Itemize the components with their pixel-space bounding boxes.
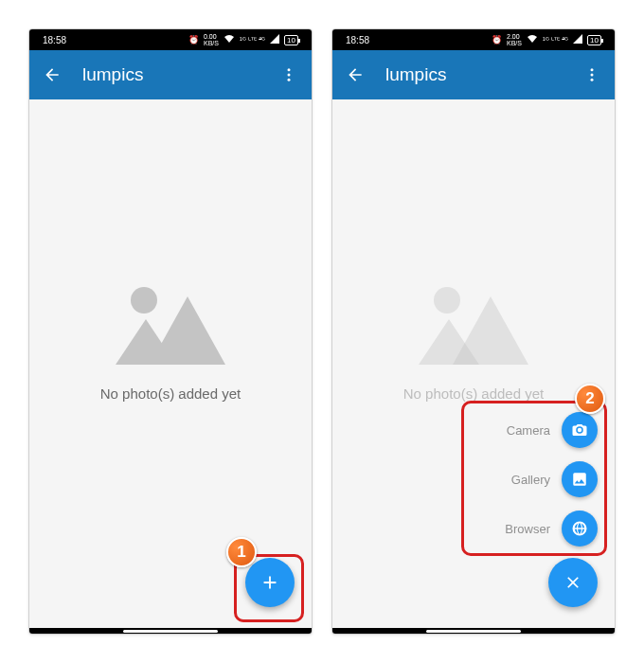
signal-bars-icon [573, 34, 582, 45]
status-indicators: ⏰ 2.00 KB/S ¹ᴳ ᴸᵀᴱ ⁴ᴳ 10 [492, 33, 601, 46]
callout-badge-1: 1 [226, 537, 257, 567]
app-bar: lumpics [332, 50, 615, 99]
phone-screen-1: 18:58 ⏰ 0.00 KB/S ¹ᴳ ᴸᵀᴱ ⁴ᴳ 10 lumpics [28, 28, 313, 635]
signal-icon: ¹ᴳ ᴸᵀᴱ ⁴ᴳ [543, 36, 568, 45]
more-menu-button[interactable] [581, 63, 603, 86]
alarm-icon: ⏰ [492, 35, 502, 45]
more-vert-icon [583, 66, 600, 83]
speed-dial-label: Gallery [511, 473, 550, 487]
camera-icon [562, 412, 598, 448]
status-bar: 18:58 ⏰ 2.00 KB/S ¹ᴳ ᴸᵀᴱ ⁴ᴳ 10 [332, 29, 615, 50]
callout-badge-2: 2 [575, 384, 605, 414]
speed-dial-browser[interactable]: Browser [505, 511, 598, 547]
fab-add-button[interactable] [245, 558, 295, 607]
svg-point-3 [591, 68, 594, 71]
speed-dial-label: Camera [507, 423, 550, 438]
empty-photos-icon [417, 279, 530, 365]
svg-point-5 [591, 79, 594, 81]
content-area: No photo(s) added yet [29, 99, 312, 628]
back-button[interactable] [41, 63, 63, 86]
more-menu-button[interactable] [277, 63, 300, 86]
arrow-left-icon [346, 65, 365, 84]
close-icon [564, 573, 582, 592]
nav-bar [29, 628, 312, 634]
empty-state-text: No photo(s) added yet [100, 385, 241, 402]
more-vert-icon [280, 66, 297, 83]
status-bar: 18:58 ⏰ 0.00 KB/S ¹ᴳ ᴸᵀᴱ ⁴ᴳ 10 [29, 29, 312, 50]
nav-bar [332, 628, 615, 634]
speed-dial-camera[interactable]: Camera [507, 412, 598, 448]
wifi-icon [527, 34, 538, 45]
svg-point-4 [591, 74, 594, 77]
speed-dial-label: Browser [505, 522, 550, 536]
fab-close-button[interactable] [548, 558, 598, 607]
status-time: 18:58 [43, 35, 66, 45]
gallery-icon [562, 461, 598, 497]
svg-point-1 [288, 74, 291, 77]
back-button[interactable] [344, 63, 367, 86]
svg-point-2 [288, 79, 291, 81]
status-time: 18:58 [346, 35, 369, 45]
speed-dial-gallery[interactable]: Gallery [511, 461, 598, 497]
content-area: No photo(s) added yet Camera Gallery Bro… [332, 99, 615, 628]
empty-state-text: No photo(s) added yet [403, 385, 544, 402]
wifi-icon [224, 34, 235, 45]
empty-photos-icon [114, 279, 227, 365]
svg-point-0 [288, 68, 291, 71]
signal-bars-icon [270, 34, 279, 45]
app-title: lumpics [82, 64, 277, 85]
app-bar: lumpics [29, 50, 312, 99]
phone-screen-2: 18:58 ⏰ 2.00 KB/S ¹ᴳ ᴸᵀᴱ ⁴ᴳ 10 lumpics [331, 28, 616, 635]
arrow-left-icon [43, 65, 62, 84]
battery-icon: 10 [284, 35, 298, 45]
plus-icon [259, 572, 280, 593]
speed-dial-menu: Camera Gallery Browser [505, 412, 598, 547]
app-title: lumpics [385, 64, 581, 85]
alarm-icon: ⏰ [188, 35, 199, 45]
browser-icon [562, 511, 598, 547]
signal-icon: ¹ᴳ ᴸᵀᴱ ⁴ᴳ [240, 36, 265, 45]
status-indicators: ⏰ 0.00 KB/S ¹ᴳ ᴸᵀᴱ ⁴ᴳ 10 [188, 33, 298, 46]
battery-icon: 10 [587, 35, 601, 45]
